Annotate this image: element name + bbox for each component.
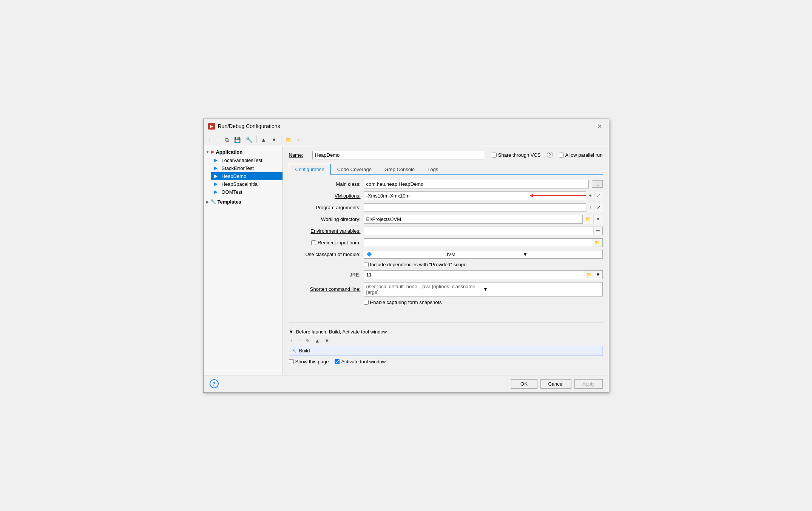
footer-help: ? [210, 379, 219, 388]
sidebar-label-0: LocalVariablesTest [222, 157, 262, 163]
cancel-button[interactable]: Cancel [540, 379, 571, 389]
redirect-input-input[interactable] [364, 239, 592, 247]
include-deps-checkbox[interactable] [364, 262, 369, 267]
program-args-expand-button[interactable]: ⤢ [594, 203, 603, 212]
redirect-input-checkbox[interactable] [311, 240, 316, 245]
sidebar-item-oomtest[interactable]: ▶ OOMTest [211, 188, 283, 196]
jre-value: 11 [364, 271, 584, 279]
wrench-button[interactable]: 🔧 [244, 136, 254, 144]
tab-logs[interactable]: Logs [421, 164, 445, 175]
redirect-input-browse-button[interactable]: 📁 [592, 239, 602, 247]
bl-up-button[interactable]: ▲ [313, 337, 321, 344]
env-vars-input[interactable] [364, 227, 593, 235]
sort-button[interactable]: ↕ [295, 136, 301, 144]
program-args-add-button[interactable]: + [586, 203, 594, 212]
sidebar-templates-header[interactable]: ▶ 🔧 Templates [204, 198, 283, 206]
apply-button[interactable]: Apply [574, 379, 603, 389]
bl-remove-button[interactable]: − [296, 337, 303, 344]
program-args-input[interactable] [364, 204, 586, 212]
tab-grep-console[interactable]: Grep Console [378, 164, 421, 175]
bl-edit-button[interactable]: ✎ [304, 337, 312, 344]
before-launch-section: ▼ Before launch: Build, Activate tool wi… [289, 326, 603, 371]
allow-parallel-label[interactable]: Allow parallel run [559, 152, 603, 158]
env-vars-browse-button[interactable]: ☰ [593, 227, 602, 235]
item-icon-4: ▶ [214, 189, 220, 195]
name-input[interactable] [312, 151, 484, 159]
header-options: Share through VCS ? Allow parallel run [492, 152, 603, 158]
jre-label: JRE: [289, 272, 361, 278]
sidebar: ▼ ▶ Application ▶ LocalVariablesTest ▶ S… [204, 146, 283, 375]
build-icon: ↖ [292, 348, 297, 354]
main-class-input[interactable] [364, 180, 589, 188]
close-button[interactable]: ✕ [595, 122, 604, 131]
enable-snapshots-label[interactable]: Enable capturing form snapshots [364, 299, 442, 305]
jre-wrap: 11 📁 ▼ [364, 270, 603, 279]
classpath-dropdown[interactable]: 🔷 JVM ▼ [364, 250, 603, 259]
name-label: Name: [289, 152, 308, 158]
item-icon-2: ▶ [214, 173, 220, 179]
tab-configuration[interactable]: Configuration [289, 164, 331, 175]
ok-button[interactable]: OK [511, 379, 537, 389]
program-args-row: Program arguments: + ⤢ [289, 203, 603, 212]
shorten-cmd-dropdown[interactable]: user-local default: none - java [options… [364, 282, 603, 296]
redirect-input-row: Redirect input from: 📁 [289, 238, 603, 247]
bl-down-button[interactable]: ▼ [323, 337, 331, 344]
working-dir-label: Working directory: [289, 216, 361, 222]
sidebar-item-heapdemo[interactable]: ▶ HeapDemo [211, 172, 283, 180]
red-line [533, 195, 586, 196]
vm-options-input[interactable] [364, 192, 527, 200]
sidebar-item-localvariablestest[interactable]: ▶ LocalVariablesTest [211, 156, 283, 164]
allow-parallel-checkbox[interactable] [559, 153, 564, 157]
jre-dropdown-button[interactable]: ▼ [594, 271, 602, 278]
sidebar-item-stackerrortest[interactable]: ▶ StackErrorTest [211, 164, 283, 172]
shorten-cmd-row: Shorten command line: user-local default… [289, 282, 603, 296]
jre-browse-button[interactable]: 📁 [584, 271, 594, 278]
sidebar-application-header[interactable]: ▼ ▶ Application [204, 148, 283, 156]
include-deps-label[interactable]: Include dependencies with "Provided" sco… [364, 262, 467, 267]
show-page-checkbox[interactable] [289, 359, 294, 364]
sidebar-item-heapspaceinitial[interactable]: ▶ HeapSpaceInitial [211, 180, 283, 188]
bl-add-button[interactable]: + [289, 337, 295, 344]
footer: ? OK Cancel Apply [204, 375, 609, 392]
move-up-button[interactable]: ▲ [259, 136, 268, 144]
classpath-dropdown-arrow: ▼ [523, 252, 600, 257]
vm-options-expand-button[interactable]: ⤢ [594, 192, 603, 199]
copy-button[interactable]: ⧉ [223, 136, 231, 144]
show-page-text: Show this page [295, 359, 329, 364]
before-launch-label: Before launch: Build, Activate tool wind… [296, 329, 387, 335]
remove-button[interactable]: − [215, 136, 222, 144]
redirect-input-label-wrap: Redirect input from: [289, 240, 361, 245]
enable-snapshots-checkbox[interactable] [364, 300, 369, 305]
help-button[interactable]: ? [210, 379, 219, 388]
tab-code-coverage[interactable]: Code Coverage [331, 164, 378, 175]
add-button[interactable]: + [207, 136, 213, 144]
build-item-label: Build [299, 348, 310, 354]
save-button[interactable]: 💾 [232, 136, 242, 144]
share-vcs-checkbox[interactable] [492, 153, 497, 157]
vm-options-row: VM options: + ⤢ [289, 191, 603, 200]
help-icon[interactable]: ? [547, 152, 553, 158]
bottom-options: Show this page Activate tool window [289, 356, 603, 367]
working-dir-dropdown-button[interactable]: ▼ [593, 215, 603, 224]
sidebar-label-3: HeapSpaceInitial [222, 181, 259, 187]
share-vcs-label[interactable]: Share through VCS [492, 152, 541, 158]
shorten-cmd-value: user-local default: none - java [options… [366, 284, 483, 295]
activate-window-checkbox[interactable] [335, 359, 340, 364]
working-dir-input[interactable] [364, 215, 582, 223]
vm-options-add-button[interactable]: + [586, 192, 594, 199]
folder-button[interactable]: 📁 [284, 136, 294, 144]
classpath-row: Use classpath of module: 🔷 JVM ▼ [289, 250, 603, 259]
toolbar: + − ⧉ 💾 🔧 ▲ ▼ 📁 ↕ [204, 134, 609, 146]
main-class-browse-button[interactable]: ... [592, 180, 602, 188]
item-icon-0: ▶ [214, 157, 220, 163]
move-down-button[interactable]: ▼ [270, 136, 279, 144]
activate-window-label[interactable]: Activate tool window [335, 359, 386, 364]
item-icon-1: ▶ [214, 165, 220, 171]
vm-arrow-indicator [530, 192, 586, 200]
program-args-wrap: + ⤢ [364, 203, 603, 212]
vm-options-label: VM options: [289, 193, 361, 199]
show-page-label[interactable]: Show this page [289, 359, 329, 364]
before-launch-toolbar: + − ✎ ▲ ▼ [289, 337, 603, 344]
app-icon: ▶ [208, 123, 215, 130]
working-dir-browse-button[interactable]: 📁 [583, 215, 593, 224]
